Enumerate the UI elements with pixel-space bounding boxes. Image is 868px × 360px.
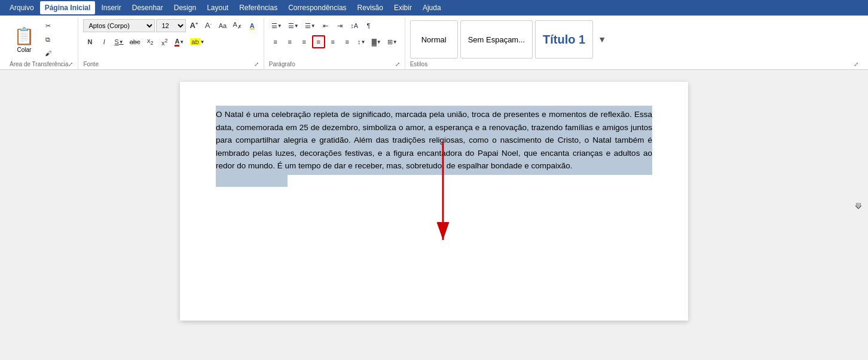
style-nospace-item[interactable]: Sem Espaçam... (460, 20, 533, 59)
align-left-icon: ≡ (274, 38, 277, 45)
format-painter-button[interactable]: 🖌 (41, 47, 54, 60)
font-family-select[interactable]: Aptos (Corpo) (83, 19, 155, 32)
align-left-button[interactable]: ≡ (269, 35, 282, 48)
menu-arquivo[interactable]: Arquivo (5, 1, 39, 14)
copy-button[interactable]: ⧉ (41, 33, 54, 46)
paste-button[interactable]: 📋 Colar (10, 19, 39, 60)
highlight-icon: ab (190, 38, 200, 45)
decrease-font-button[interactable]: A- (201, 19, 215, 32)
style-nospace-label: Sem Espaçam... (468, 35, 525, 44)
style-normal-item[interactable]: Normal (410, 20, 458, 59)
menu-revisao[interactable]: Revisão (353, 1, 388, 14)
font-expand-icon[interactable]: ⤢ (254, 61, 259, 67)
bullets-icon: ☰ (271, 22, 277, 30)
highlight-button[interactable]: ab ▼ (188, 35, 207, 48)
menu-correspondencias[interactable]: Correspondências (283, 1, 351, 14)
justify-icon: ≡ (317, 38, 320, 45)
underline-button[interactable]: S ▼ (112, 35, 126, 48)
styles-expand-icon: ▼ (598, 35, 606, 44)
style-title-item[interactable]: Título 1 (535, 20, 593, 59)
font-group: Aptos (Corpo) 12 A+ A- Aa A✗ A N I S ▼ a… (78, 18, 264, 69)
multilevel-dropdown[interactable]: ▼ (311, 23, 316, 29)
decrease-indent-button[interactable]: ⇤ (319, 19, 332, 32)
align-center-button[interactable]: ≡ (283, 35, 297, 48)
borders-dropdown[interactable]: ▼ (393, 39, 398, 45)
align-top-icon: ≡ (331, 38, 335, 45)
font-color-dropdown[interactable]: ▼ (179, 39, 184, 45)
copy-icon: ⧉ (45, 36, 50, 44)
text-effects-button[interactable]: A (246, 19, 259, 32)
line-spacing-dropdown[interactable]: ▼ (361, 39, 366, 45)
superscript-button[interactable]: x2 (158, 35, 171, 48)
strikethrough-icon: abc (130, 38, 140, 45)
cut-button[interactable]: ✂ (41, 19, 54, 32)
multilevel-button[interactable]: ☰▼ (302, 19, 318, 32)
shading-icon: ▓ (372, 38, 377, 45)
show-marks-button[interactable]: ¶ (362, 19, 375, 32)
numbering-button[interactable]: ☰▼ (286, 19, 301, 32)
bold-icon: N (87, 38, 92, 45)
subscript-icon: x2 (147, 37, 154, 46)
shading-dropdown[interactable]: ▼ (377, 39, 381, 45)
page-expand-button[interactable]: ⟱ (855, 201, 862, 211)
paragraph-expand-icon[interactable]: ⤢ (395, 61, 400, 67)
font-color-button[interactable]: A ▼ (172, 35, 187, 48)
bold-button[interactable]: N (83, 35, 96, 48)
strikethrough-button[interactable]: abc (127, 35, 143, 48)
paste-label: Colar (17, 47, 32, 53)
menu-referencias[interactable]: Referências (234, 1, 282, 14)
menu-design[interactable]: Design (169, 1, 201, 14)
menu-exibir[interactable]: Exibir (389, 1, 417, 14)
align-right-icon: ≡ (302, 38, 306, 45)
decrease-indent-icon: ⇤ (323, 22, 328, 30)
menu-inserir[interactable]: Inserir (96, 1, 126, 14)
clipboard-expand-icon[interactable]: ⤢ (68, 61, 73, 67)
numbering-dropdown[interactable]: ▼ (294, 23, 299, 29)
paragraph-label: Parágrafo ⤢ (269, 60, 400, 69)
text-effects-icon: A (250, 22, 255, 29)
numbering-icon: ☰ (288, 22, 294, 30)
distribute-button[interactable]: ≡ (341, 35, 354, 48)
clear-format-button[interactable]: A✗ (230, 19, 244, 32)
font-label: Fonte ⤢ (83, 60, 258, 69)
multilevel-icon: ☰ (305, 22, 311, 30)
align-center-icon: ≡ (288, 38, 292, 45)
line-spacing-button[interactable]: ↕▼ (355, 35, 368, 48)
styles-expand-button[interactable]: ▼ (595, 32, 609, 47)
underline-dropdown-icon[interactable]: ▼ (119, 39, 124, 45)
document-page: O Natal é uma celebração repleta de sign… (180, 82, 688, 321)
change-case-button[interactable]: Aa (216, 19, 229, 32)
menu-desenhar[interactable]: Desenhar (127, 1, 168, 14)
font-size-select[interactable]: 12 (156, 19, 186, 32)
bullets-button[interactable]: ☰▼ (269, 19, 285, 32)
font-row-1: Aptos (Corpo) 12 A+ A- Aa A✗ A (83, 19, 258, 32)
page-expand-icon: ⟱ (855, 201, 862, 211)
show-marks-icon: ¶ (367, 22, 371, 29)
justify-button[interactable]: ≡ (312, 35, 325, 48)
highlight-dropdown[interactable]: ▼ (200, 39, 205, 45)
align-top-button[interactable]: ≡ (326, 35, 340, 48)
sort-button[interactable]: ↕A (348, 19, 361, 32)
style-title-label: Título 1 (543, 33, 585, 47)
borders-button[interactable]: ⊞▼ (385, 35, 400, 48)
subscript-button[interactable]: x2 (143, 35, 157, 48)
decrease-font-icon: A- (205, 21, 212, 30)
paragraph-group: ☰▼ ☰▼ ☰▼ ⇤ ⇥ ↕A ¶ ≡ ≡ ≡ ≡ ≡ ≡ ↕▼ ▓▼ ⊞▼ P… (264, 18, 405, 69)
increase-indent-button[interactable]: ⇥ (334, 19, 347, 32)
document-text-selected[interactable]: O Natal é uma celebração repleta de sign… (216, 106, 652, 175)
menu-ajuda[interactable]: Ajuda (418, 1, 446, 14)
bullets-dropdown[interactable]: ▼ (277, 23, 282, 29)
styles-expand-dialog-icon[interactable]: ⤢ (854, 61, 858, 67)
increase-font-button[interactable]: A+ (187, 19, 200, 32)
menu-layout[interactable]: Layout (202, 1, 233, 14)
clear-format-icon: A✗ (233, 21, 242, 30)
shading-button[interactable]: ▓▼ (369, 35, 384, 48)
borders-icon: ⊞ (387, 38, 393, 46)
italic-button[interactable]: I (97, 35, 111, 48)
align-right-button[interactable]: ≡ (298, 35, 311, 48)
clipboard-label: Área de Transferência ⤢ (10, 60, 73, 69)
change-case-icon: Aa (219, 22, 227, 29)
document-content: O Natal é uma celebração repleta de sign… (216, 110, 652, 170)
menu-pagina-inicial[interactable]: Página Inicial (40, 1, 96, 14)
superscript-icon: x2 (161, 38, 168, 47)
